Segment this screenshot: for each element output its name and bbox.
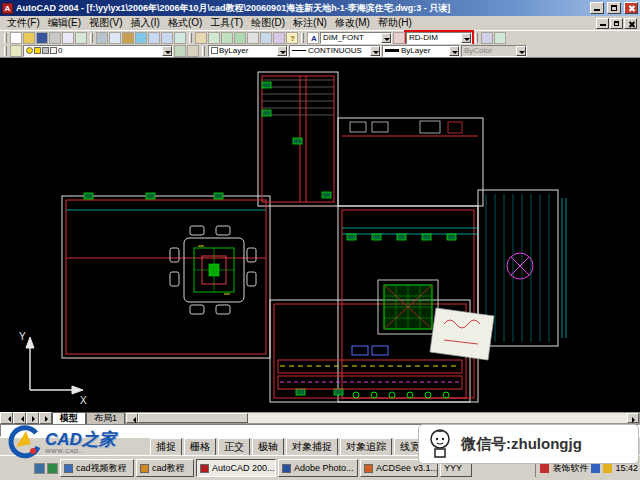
toggle-osnap[interactable]: 对象捕捉 — [286, 438, 338, 456]
publish-icon[interactable] — [75, 32, 87, 44]
toggle-otrack[interactable]: 对象追踪 — [340, 438, 392, 456]
plot-icon[interactable] — [49, 32, 61, 44]
menu-modify[interactable]: 修改(M) — [331, 16, 374, 30]
plot-preview-icon[interactable] — [62, 32, 74, 44]
layer-color-chip — [50, 47, 57, 54]
quicklaunch-icon-2[interactable] — [47, 463, 58, 474]
cut-icon[interactable] — [96, 32, 108, 44]
menu-view[interactable]: 视图(V) — [85, 16, 126, 30]
chevron-down-icon[interactable] — [461, 33, 471, 43]
h-scrollbar[interactable] — [125, 412, 640, 424]
zoom-realtime-icon[interactable] — [208, 32, 220, 44]
zoom-window-icon[interactable] — [221, 32, 233, 44]
designcenter-icon[interactable] — [260, 32, 272, 44]
doc-minimize-button[interactable] — [596, 18, 609, 29]
dim-style-combo[interactable]: RD-DIM — [406, 32, 472, 44]
scroll-track[interactable] — [248, 413, 627, 423]
floor-plan-drawing[interactable]: Y X — [0, 58, 640, 412]
document-window-controls — [596, 18, 640, 29]
ucs-y-label: Y — [19, 331, 26, 342]
layer-on-icon[interactable] — [26, 47, 33, 54]
redo-icon[interactable] — [161, 32, 173, 44]
menu-dimension[interactable]: 标注(N) — [289, 16, 331, 30]
doc-close-button[interactable] — [624, 18, 637, 29]
copy-icon[interactable] — [109, 32, 121, 44]
hyperlink-icon[interactable] — [174, 32, 186, 44]
zoom-previous-icon[interactable] — [234, 32, 246, 44]
make-object-layer-current-icon[interactable] — [174, 45, 186, 57]
open-file-icon[interactable] — [23, 32, 35, 44]
menu-edit[interactable]: 编辑(E) — [44, 16, 85, 30]
quicklaunch-icon-1[interactable] — [34, 463, 45, 474]
tray-clock: 15:42 — [615, 463, 638, 473]
chevron-down-icon[interactable] — [370, 46, 380, 56]
lineweight-combo[interactable]: ByLayer — [382, 45, 460, 57]
toggle-ortho[interactable]: 正交 — [218, 438, 250, 456]
toolbar-grip[interactable] — [189, 33, 192, 43]
menu-insert[interactable]: 插入(I) — [126, 16, 163, 30]
tray-icon-blue[interactable] — [591, 464, 600, 473]
toolbar-grip[interactable] — [90, 33, 93, 43]
dim-edit-icon[interactable] — [494, 32, 506, 44]
scroll-thumb[interactable] — [138, 413, 248, 423]
close-button[interactable] — [624, 2, 638, 14]
text-style-combo[interactable]: DIM_FONT — [320, 32, 392, 44]
dim-style-icon[interactable] — [393, 32, 405, 44]
linetype-combo[interactable]: CONTINUOUS — [289, 45, 381, 57]
linetype-glyph — [292, 50, 306, 51]
help-icon[interactable] — [286, 32, 298, 44]
taskbar-button-label: cad视频教程 — [76, 462, 127, 475]
save-icon[interactable] — [36, 32, 48, 44]
toolbar-grip[interactable] — [301, 33, 304, 43]
toolbar-grip[interactable] — [202, 46, 205, 56]
toolbar-grip[interactable] — [475, 33, 478, 43]
layer-properties-icon[interactable] — [10, 45, 22, 57]
taskbar-button-4[interactable]: Adobe Photo... — [278, 459, 358, 477]
layer-previous-icon[interactable] — [187, 45, 199, 57]
chevron-down-icon[interactable] — [162, 46, 172, 56]
app-icon — [200, 464, 209, 473]
tea-table — [378, 280, 438, 334]
dim-update-icon[interactable] — [481, 32, 493, 44]
undo-icon[interactable] — [148, 32, 160, 44]
toggle-snap[interactable]: 捕捉 — [150, 438, 182, 456]
taskbar-button-label: Adobe Photo... — [294, 463, 354, 473]
menu-tools[interactable]: 工具(T) — [206, 16, 247, 30]
layer-lock-icon[interactable] — [42, 47, 49, 54]
paste-icon[interactable] — [122, 32, 134, 44]
lineweight-glyph — [385, 49, 399, 52]
taskbar-button-3[interactable]: AutoCAD 200... — [196, 459, 276, 477]
text-style-icon[interactable] — [307, 32, 319, 44]
menu-file[interactable]: 文件(F) — [3, 16, 44, 30]
menu-format[interactable]: 格式(O) — [164, 16, 206, 30]
wechat-watermark: 微信号:zhulongjg — [418, 424, 639, 464]
toggle-grid[interactable]: 栅格 — [184, 438, 216, 456]
toolbar-grip[interactable] — [4, 46, 7, 56]
pan-icon[interactable] — [195, 32, 207, 44]
chevron-down-icon[interactable] — [449, 46, 459, 56]
autocad-window: A AutoCAD 2004 - [f:\yy\yx1\2006年\2006年1… — [0, 0, 640, 480]
drawing-canvas[interactable]: Y X — [0, 58, 640, 412]
toggle-polar[interactable]: 极轴 — [252, 438, 284, 456]
toolbar-grip[interactable] — [4, 33, 7, 43]
app-icon — [140, 464, 149, 473]
scroll-right-button[interactable] — [627, 413, 639, 423]
color-combo[interactable]: ByLayer — [208, 45, 288, 57]
match-properties-icon[interactable] — [135, 32, 147, 44]
menu-draw[interactable]: 绘图(D) — [247, 16, 289, 30]
tool-palettes-icon[interactable] — [273, 32, 285, 44]
minimize-button[interactable] — [590, 2, 604, 14]
new-file-icon[interactable] — [10, 32, 22, 44]
tray-icon-yellow[interactable] — [603, 464, 612, 473]
app-icon — [282, 464, 291, 473]
properties-icon[interactable] — [247, 32, 259, 44]
tray-icon-red[interactable] — [540, 464, 549, 473]
menu-help[interactable]: 帮助(H) — [374, 16, 416, 30]
restore-button[interactable] — [607, 2, 621, 14]
chevron-down-icon[interactable] — [277, 46, 287, 56]
chevron-down-icon[interactable] — [381, 33, 391, 43]
layer-freeze-icon[interactable] — [34, 47, 41, 54]
layer-combo[interactable]: 0 — [23, 45, 173, 57]
doc-restore-button[interactable] — [610, 18, 623, 29]
magenta-symbol — [507, 253, 533, 279]
